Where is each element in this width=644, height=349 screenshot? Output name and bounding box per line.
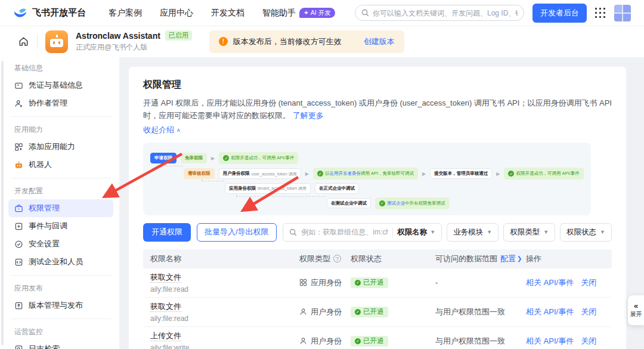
permission-type: 用户身份 — [299, 307, 351, 317]
nav-item-app-center[interactable]: 应用中心 — [160, 8, 193, 18]
permission-search-input[interactable] — [301, 228, 388, 236]
sidebar: 基础信息 凭证与基础信息 协作者管理 应用能力 添加应用能力 机器人 开发配置 … — [0, 57, 119, 349]
flow-test-debug-node: 在测试企业中调试 — [327, 198, 371, 209]
sidebar-item-bot[interactable]: 机器人 — [8, 156, 113, 174]
flow-row-1: 申请权限 免审权限 ▶ ✓权限开通成功，可调用 API/事件 — [150, 152, 584, 164]
sidebar-scrollbar[interactable] — [1, 61, 4, 345]
nav-item-cases[interactable]: 客户案例 — [109, 8, 142, 18]
chevron-down-icon: ▼ — [543, 229, 549, 235]
nav-item-assistant[interactable]: 智能助手 ✦AI 开发 — [262, 8, 335, 18]
feishu-logo[interactable]: 飞书开放平台 — [13, 7, 86, 20]
bot-icon — [14, 160, 23, 169]
flow-success-node-2: ✓权限开通成功，可调用 API/事件 — [504, 168, 583, 180]
flow-user-identity-node: 用户身份权限user_access_token 调用 — [219, 168, 301, 179]
collapse-intro-link[interactable]: 收起介绍∧ — [143, 125, 181, 135]
table-row: 获取文件aily:file:read 用户身份 ✓已开通 与用户权限范围一致 相… — [143, 298, 612, 327]
create-version-link[interactable]: 创建版本 — [364, 36, 395, 47]
related-api-events-link[interactable]: 相关 API/事件 — [526, 307, 574, 317]
sidebar-item-log-search[interactable]: 日志检索 — [8, 340, 113, 349]
permission-flow-diagram: 申请权限 免审权限 ▶ ✓权限开通成功，可调用 API/事件 需审核权限 用户身… — [143, 143, 591, 215]
divider — [392, 227, 393, 237]
flow-submit-review-node: 提交版本，管理员审核通过 — [430, 168, 492, 179]
configure-link[interactable]: 配置❯ — [500, 254, 522, 264]
related-api-events-link[interactable]: 相关 API/事件 — [526, 336, 574, 347]
sidebar-item-events-callbacks[interactable]: 事件与回调 — [8, 217, 113, 235]
search-icon — [361, 9, 369, 17]
divider — [11, 275, 111, 276]
learn-more-link[interactable]: 了解更多 — [293, 111, 324, 120]
data-range: 与用户权限范围一致 — [435, 336, 526, 347]
sidebar-item-version-release[interactable]: 版本管理与发布 — [8, 297, 113, 314]
flow-apply-badge: 申请权限 — [150, 153, 177, 163]
main-area: 权限管理 开通 API 权限后，应用才能以应用身份 (tenant_access… — [119, 57, 644, 349]
user-identity-icon — [299, 337, 307, 345]
close-permission-link[interactable]: 关闭 — [581, 307, 596, 317]
user-avatar[interactable] — [614, 5, 631, 21]
col-permission-status: 权限状态 — [351, 254, 435, 264]
version-release-icon — [14, 301, 23, 310]
expand-panel-button[interactable]: « 展开 — [628, 295, 644, 325]
business-module-filter[interactable]: 业务模块▼ — [447, 223, 499, 242]
flow-formal-debug-node: 在正式企业中调试 — [315, 183, 359, 194]
nav-item-docs[interactable]: 开发文档 — [211, 8, 244, 18]
flow-dev-debug-node: ✓以应用开发者身份调用 API，免审核即可调试 — [313, 168, 418, 180]
search-field-dropdown[interactable]: 权限名称▼ — [397, 227, 435, 237]
enabled-status-badge: 已启用 — [165, 30, 192, 41]
warning-icon: ! — [219, 37, 228, 46]
col-actions: 操作 — [526, 254, 605, 264]
check-icon: ✓ — [317, 171, 323, 177]
sidebar-item-add-capability[interactable]: 添加应用能力 — [8, 138, 113, 156]
sidebar-section-release: 应用发布 — [8, 280, 113, 297]
flow-review-badge: 需审核权限 — [184, 168, 215, 179]
permission-code: aily:file:write — [150, 344, 299, 349]
sidebar-item-credentials[interactable]: 凭证与基础信息 — [8, 76, 113, 94]
close-permission-link[interactable]: 关闭 — [581, 336, 596, 347]
page-description: 开通 API 权限后，应用才能以应用身份 (tenant_access_toke… — [143, 97, 612, 122]
home-icon[interactable] — [18, 36, 29, 47]
apps-grid-icon[interactable] — [595, 8, 606, 18]
chevron-up-icon: ∧ — [177, 127, 181, 133]
developer-console-button[interactable]: 开发者后台 — [532, 4, 587, 23]
event-callback-icon — [14, 222, 23, 231]
permission-code: aily:file:read — [150, 285, 299, 294]
check-icon: ✓ — [508, 171, 514, 177]
double-chevron-left-icon: « — [634, 302, 638, 310]
open-permission-button[interactable]: 开通权限 — [143, 223, 191, 242]
app-info: Astronclaw Assistant 已启用 正式应用@飞书个人版 — [76, 30, 192, 52]
sidebar-item-test-enterprise[interactable]: 测试企业和人员 — [8, 253, 113, 271]
feishu-bird-icon — [13, 7, 27, 20]
permission-management-card: 权限管理 开通 API 权限后，应用才能以应用身份 (tenant_access… — [129, 67, 626, 349]
global-search-box[interactable] — [355, 5, 524, 21]
flow-app-identity-node: 应用身份权限tenant_access_token 调用 — [225, 183, 311, 194]
global-search-input[interactable] — [373, 9, 518, 17]
chevron-down-icon: ▼ — [430, 229, 435, 235]
permission-type-filter[interactable]: 权限类型▼ — [503, 223, 555, 242]
status-badge: ✓已开通 — [351, 307, 388, 317]
permission-search-box[interactable]: 权限名称▼ — [283, 223, 442, 242]
app-name: Astronclaw Assistant — [76, 31, 160, 41]
flow-no-review-badge: 免审权限 — [181, 153, 207, 163]
related-api-events-link[interactable]: 相关 API/事件 — [526, 277, 574, 288]
sidebar-item-permissions[interactable]: 权限管理 — [8, 199, 113, 217]
check-icon: ✓ — [223, 155, 229, 161]
credential-icon — [14, 81, 23, 90]
app-avatar-robot — [45, 30, 68, 53]
data-range: 与用户权限范围一致 — [435, 307, 526, 317]
permission-name: 上传文件 — [150, 331, 299, 341]
batch-import-export-button[interactable]: 批量导入/导出权限 — [197, 223, 277, 242]
chevron-right-icon: ❯ — [517, 255, 522, 262]
flow-row-2: 需审核权限 用户身份权限user_access_token 调用 ▶ ✓以应用开… — [184, 168, 584, 180]
col-permission-type: 权限类型 ? — [299, 254, 351, 264]
permission-status-filter[interactable]: 权限状态▼ — [560, 223, 612, 242]
brand-title: 飞书开放平台 — [32, 7, 86, 18]
sidebar-item-collaborators[interactable]: 协作者管理 — [8, 94, 113, 112]
help-icon[interactable]: ? — [333, 255, 341, 262]
ai-dev-badge[interactable]: ✦AI 开发 — [299, 8, 335, 18]
data-range: - — [435, 278, 526, 287]
permission-icon — [14, 204, 23, 213]
check-icon: ✓ — [355, 338, 361, 344]
top-navbar: 飞书开放平台 客户案例 应用中心 开发文档 智能助手 ✦AI 开发 开发者后台 — [0, 0, 644, 26]
sidebar-item-security-settings[interactable]: 安全设置 — [8, 235, 113, 253]
close-permission-link[interactable]: 关闭 — [581, 277, 596, 288]
flow-row-3: 应用身份权限tenant_access_token 调用 在正式企业中调试 — [225, 183, 584, 194]
